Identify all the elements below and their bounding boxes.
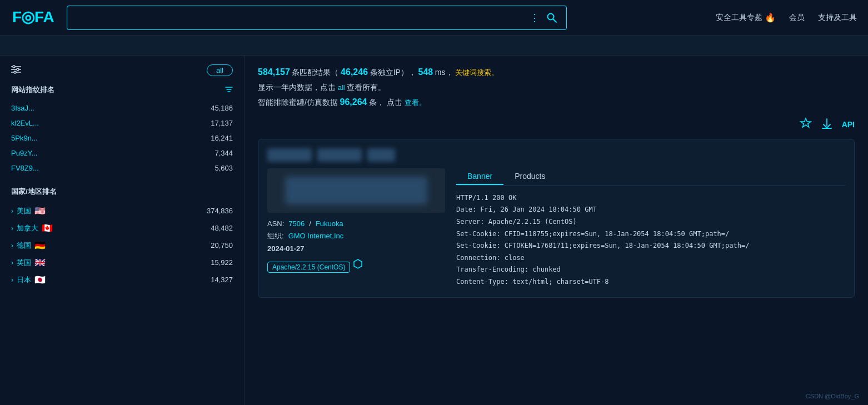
- nav-item-support[interactable]: 支持及工具: [818, 13, 857, 23]
- tab-banner[interactable]: Banner: [456, 168, 503, 185]
- result-card-right: Banner Products HTTP/1.1 200 OK Date: Fr…: [456, 168, 845, 288]
- rank-item: 5Pk9n... 16,241: [11, 131, 233, 146]
- country-item: › 美国 🇺🇸 374,836: [11, 202, 233, 219]
- country-section-title: 国家/地区排名: [11, 187, 233, 197]
- banner-line: Set-Cookie: CFID=118755;expires=Sun, 18-…: [456, 228, 845, 241]
- header-nav: 安全工具专题 🔥 会员 支持及工具: [716, 12, 857, 23]
- country-item: › 加拿大 🇨🇦 48,482: [11, 219, 233, 237]
- search-input[interactable]: app="Adobe-ColdFusion": [73, 13, 526, 22]
- rank-label[interactable]: kl2EvL...: [11, 119, 39, 127]
- rank-count: 45,186: [211, 104, 233, 112]
- filter-icon-button[interactable]: [11, 65, 21, 76]
- fingerprint-rank-list: 3IsaJ... 45,186 kl2EvL... 17,137 5Pk9n..…: [11, 101, 233, 176]
- results-note2-suffix: 条， 点击: [369, 98, 402, 107]
- rank-label[interactable]: FV8Z9...: [11, 164, 39, 172]
- country-count: 15,922: [211, 258, 233, 267]
- result-tabs: Banner Products: [456, 168, 845, 186]
- result-card: ASN: 7506 / Fukuoka 组织: GMO Internet,Inc…: [258, 139, 855, 298]
- keyword-search-link[interactable]: 关键词搜索。: [455, 68, 498, 77]
- rank-item: 3IsaJ... 45,186: [11, 101, 233, 116]
- api-button[interactable]: API: [842, 120, 855, 129]
- rank-label[interactable]: 3IsaJ...: [11, 104, 34, 112]
- nav-label-membership: 会员: [789, 13, 805, 23]
- fire-icon: 🔥: [765, 12, 776, 23]
- country-expand-icon[interactable]: ›: [11, 276, 13, 284]
- country-count: 48,482: [211, 224, 233, 232]
- rank-item: kl2EvL... 17,137: [11, 116, 233, 131]
- sub-header: [0, 36, 868, 56]
- tech-badge[interactable]: Apache/2.2.15 (CentOS): [267, 262, 350, 273]
- country-expand-icon[interactable]: ›: [11, 224, 13, 232]
- asn-label: ASN:: [267, 219, 284, 228]
- sidebar: all 网站指纹排名 3IsaJ... 45,186 kl2EvL... 17,…: [0, 56, 245, 405]
- note1-all-link[interactable]: all: [338, 83, 345, 92]
- svg-point-10: [14, 71, 16, 73]
- svg-line-4: [553, 19, 556, 22]
- result-card-body: ASN: 7506 / Fukuoka 组织: GMO Internet,Inc…: [267, 168, 845, 288]
- search-options-button[interactable]: ⋮: [526, 12, 543, 24]
- country-name[interactable]: 加拿大: [17, 223, 38, 233]
- download-button[interactable]: [821, 117, 833, 132]
- location-slash: /: [309, 219, 311, 228]
- rank-label[interactable]: 5Pk9n...: [11, 134, 38, 142]
- org-value[interactable]: GMO Internet,Inc: [288, 232, 344, 240]
- star-button[interactable]: [800, 117, 812, 132]
- svg-text:F: F: [12, 8, 22, 26]
- rank-count: 16,241: [211, 134, 233, 142]
- asn-row: ASN: 7506 / Fukuoka: [267, 219, 445, 228]
- fingerprint-filter-icon[interactable]: [225, 86, 233, 95]
- results-unique-ip: 46,246: [341, 67, 368, 77]
- banner-line: Connection: close: [456, 252, 845, 264]
- country-count: 20,750: [211, 241, 233, 249]
- banner-content: HTTP/1.1 200 OK Date: Fri, 26 Jan 2024 1…: [456, 192, 845, 288]
- result-card-header: [267, 148, 845, 162]
- footer-watermark: CSDN @OidBoy_G: [806, 393, 859, 399]
- search-submit-button[interactable]: [543, 12, 561, 23]
- country-name[interactable]: 德国: [17, 241, 31, 251]
- country-item: › 德国 🇩🇪 20,750: [11, 237, 233, 254]
- country-expand-icon[interactable]: ›: [11, 242, 13, 249]
- country-name[interactable]: 日本: [17, 275, 31, 285]
- results-ms-unit: ms，: [435, 68, 453, 77]
- result-date: 2024-01-27: [267, 244, 445, 253]
- hex-icon-button[interactable]: [352, 258, 363, 272]
- tab-products[interactable]: Products: [503, 168, 556, 185]
- banner-line: Date: Fri, 26 Jan 2024 18:04:50 GMT: [456, 204, 845, 216]
- country-expand-icon[interactable]: ›: [11, 259, 13, 267]
- results-total-unit: 条匹配结果（: [292, 68, 338, 77]
- banner-line: Server: Apache/2.2.15 (CentOS): [456, 216, 845, 228]
- country-item: › 日本 🇯🇵 14,327: [11, 271, 233, 288]
- content-area: 584,157 条匹配结果（ 46,246 条独立IP）， 548 ms， 关键…: [245, 56, 868, 405]
- svg-point-9: [17, 68, 19, 71]
- country-flag: 🇺🇸: [34, 206, 46, 216]
- main-layout: all 网站指纹排名 3IsaJ... 45,186 kl2EvL... 17,…: [0, 56, 868, 405]
- results-summary: 584,157 条匹配结果（ 46,246 条独立IP）， 548 ms， 关键…: [258, 64, 855, 111]
- rank-count: 17,137: [211, 119, 233, 127]
- rank-item: FV8Z9... 5,603: [11, 161, 233, 176]
- blurred-url-part2: [317, 148, 362, 162]
- org-row: 组织: GMO Internet,Inc: [267, 231, 445, 241]
- country-name[interactable]: 美国: [17, 206, 31, 216]
- country-flag: 🇨🇦: [42, 223, 53, 233]
- results-note2-count: 96,264: [340, 97, 367, 107]
- blurred-url-part1: [267, 148, 312, 162]
- asn-value[interactable]: 7506: [288, 219, 305, 228]
- nav-label-support: 支持及工具: [818, 13, 857, 23]
- country-list: › 美国 🇺🇸 374,836 › 加拿大 🇨🇦 48,482 › 德国: [11, 202, 233, 288]
- results-note2: 智能排除蜜罐/仿真数据: [258, 98, 338, 107]
- nav-item-security-tools[interactable]: 安全工具专题 🔥: [716, 12, 776, 23]
- nav-item-membership[interactable]: 会员: [789, 13, 805, 23]
- location-city[interactable]: Fukuoka: [316, 219, 343, 228]
- rank-item: Pu9zY... 7,344: [11, 146, 233, 161]
- country-name[interactable]: 英国: [17, 258, 31, 268]
- rank-count: 7,344: [214, 149, 233, 157]
- country-flag: 🇯🇵: [34, 274, 46, 285]
- country-count: 374,836: [207, 207, 233, 215]
- all-filter-badge[interactable]: all: [207, 64, 233, 76]
- rank-label[interactable]: Pu9zY...: [11, 149, 37, 157]
- country-expand-icon[interactable]: ›: [11, 207, 13, 215]
- banner-line: Content-Type: text/html; charset=UTF-8: [456, 276, 845, 288]
- results-ms: 548: [418, 67, 433, 77]
- fingerprint-section-title: 网站指纹排名: [11, 85, 233, 95]
- note2-view-link[interactable]: 查看。: [405, 98, 426, 107]
